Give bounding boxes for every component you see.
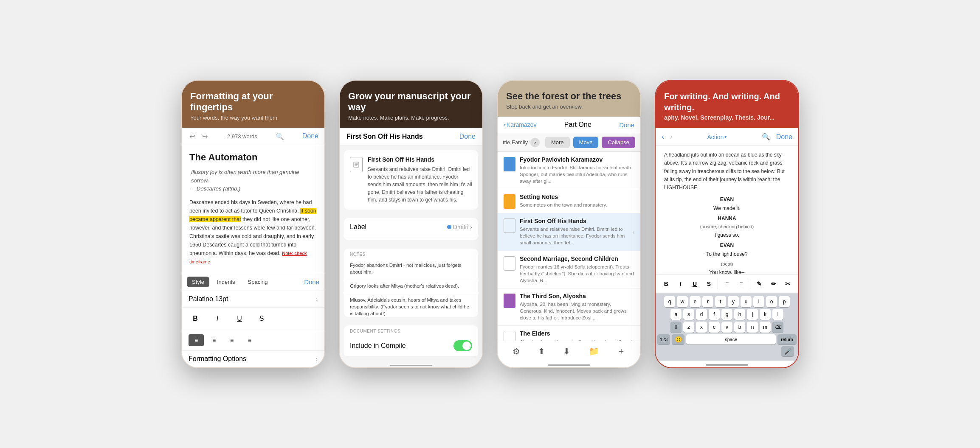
key-s[interactable]: s xyxy=(683,309,694,320)
formatting-options-label: Formatting Options xyxy=(189,355,246,363)
outline-body-4: Second Marriage, Second Children Fyodor … xyxy=(520,255,634,284)
doc-synopsis-item: First Son Off His Hands Servants and rel… xyxy=(344,150,478,210)
formatting-options-chevron[interactable]: › xyxy=(315,356,318,362)
bottom-toolbar: ⚙ ⬆ ⬇ 📁 ＋ xyxy=(498,341,640,361)
strikethrough-btn[interactable]: S xyxy=(255,312,268,325)
key-u[interactable]: u xyxy=(741,296,752,307)
settings-icon[interactable]: ⚙ xyxy=(513,346,520,356)
key-r[interactable]: r xyxy=(702,296,713,307)
fmt-scissors[interactable]: ✂ xyxy=(782,278,793,290)
notes-header: NOTES xyxy=(344,249,478,258)
expand-btn[interactable]: › xyxy=(530,138,540,147)
style-tab[interactable]: Style xyxy=(187,277,209,287)
key-return[interactable]: return xyxy=(777,334,797,344)
key-a[interactable]: a xyxy=(670,309,681,320)
key-f[interactable]: f xyxy=(709,309,720,320)
key-space[interactable]: space xyxy=(686,334,776,344)
font-chevron[interactable]: › xyxy=(315,296,318,302)
key-emoji[interactable]: 🙂 xyxy=(672,334,684,344)
spacing-tab[interactable]: Spacing xyxy=(243,277,273,287)
note-3[interactable]: Miusov, Adelaida's cousin, hears of Mity… xyxy=(344,293,478,317)
bold-btn[interactable]: B xyxy=(189,312,202,325)
include-compile-toggle[interactable] xyxy=(453,340,472,351)
key-m[interactable]: m xyxy=(760,322,771,333)
key-b[interactable]: b xyxy=(734,322,745,333)
outline-item-2[interactable]: Setting Notes Some notes on the town and… xyxy=(498,189,640,213)
align-right-btn[interactable]: ≡ xyxy=(224,334,239,346)
more-btn[interactable]: More xyxy=(545,137,570,148)
nav-done-4[interactable]: Done xyxy=(776,133,792,141)
outline-item-1[interactable]: Fyodor Pavlovich Karamazov Introduction … xyxy=(498,152,640,189)
underline-btn[interactable]: U xyxy=(233,312,246,325)
forward-icon-4[interactable]: › xyxy=(670,132,673,141)
key-q[interactable]: q xyxy=(664,296,675,307)
outline-item-6[interactable]: The Elders Alyosha pleased to see brothe… xyxy=(498,326,640,341)
key-mic[interactable]: 🎤 xyxy=(781,346,794,356)
nav-done-btn[interactable]: Done xyxy=(302,132,318,140)
note-2[interactable]: Grigory looks after Mitya (mother's rela… xyxy=(344,279,478,293)
outline-item-5[interactable]: The Third Son, Alyosha Alyosha, 20, has … xyxy=(498,288,640,326)
italic-btn[interactable]: I xyxy=(211,312,224,325)
key-w[interactable]: w xyxy=(677,296,688,307)
key-y[interactable]: y xyxy=(728,296,739,307)
nav-title-2: First Son Off His Hands xyxy=(346,133,423,140)
fmt-align-left[interactable]: ≡ xyxy=(736,278,747,290)
key-n[interactable]: n xyxy=(747,322,758,333)
download-icon[interactable]: ⬇ xyxy=(563,346,570,356)
key-v[interactable]: v xyxy=(721,322,732,333)
key-d[interactable]: d xyxy=(696,309,707,320)
outline-item-4[interactable]: Second Marriage, Second Children Fyodor … xyxy=(498,251,640,288)
key-c[interactable]: c xyxy=(709,322,720,333)
indents-tab[interactable]: Indents xyxy=(212,277,240,287)
format-done-btn[interactable]: Done xyxy=(304,278,319,286)
align-justify-btn[interactable]: ≡ xyxy=(242,334,257,346)
key-i[interactable]: i xyxy=(753,296,764,307)
screen2-header: Grow your manuscript your way Make notes… xyxy=(340,81,482,128)
fmt-align-center[interactable]: ≡ xyxy=(721,278,732,290)
key-p[interactable]: p xyxy=(779,296,790,307)
fmt-underline[interactable]: U xyxy=(689,278,700,290)
action-dropdown[interactable]: Action ▾ xyxy=(707,134,727,140)
key-o[interactable]: o xyxy=(766,296,777,307)
search-icon-4[interactable]: 🔍 xyxy=(762,133,770,141)
add-folder-icon[interactable]: 📁 xyxy=(589,346,599,356)
align-left-btn[interactable]: ≡ xyxy=(206,334,222,346)
fmt-note[interactable]: ✎ xyxy=(754,278,765,290)
fmt-italic[interactable]: I xyxy=(675,278,686,290)
add-icon[interactable]: ＋ xyxy=(617,345,625,357)
key-x[interactable]: x xyxy=(696,322,707,333)
outline-item-3[interactable]: First Son Off His Hands Servants and rel… xyxy=(498,213,640,251)
note-1[interactable]: Fyodor abandons Dmitri - not malicious, … xyxy=(344,258,478,279)
redo-icon[interactable]: ↪ xyxy=(200,132,209,140)
key-e[interactable]: e xyxy=(690,296,701,307)
fmt-bold[interactable]: B xyxy=(661,278,672,290)
key-num[interactable]: 123 xyxy=(657,334,670,344)
search-icon[interactable]: 🔍 xyxy=(276,132,284,140)
keyboard: q w e r t y u i o p a xyxy=(656,294,798,361)
collapse-btn[interactable]: Collapse xyxy=(602,137,635,148)
key-t[interactable]: t xyxy=(715,296,726,307)
note-text: Note: check timeframe xyxy=(189,251,307,264)
key-shift[interactable]: ⇧ xyxy=(670,322,681,333)
fmt-strike[interactable]: S xyxy=(704,278,715,290)
nav-done-3[interactable]: Done xyxy=(619,121,634,129)
move-btn[interactable]: Move xyxy=(573,137,599,148)
key-h[interactable]: h xyxy=(734,309,745,320)
back-icon-4[interactable]: ‹ xyxy=(662,132,664,141)
key-backspace[interactable]: ⌫ xyxy=(772,322,783,333)
home-indicator-2 xyxy=(390,365,432,366)
screen3-header: See the forest or the trees Step back an… xyxy=(498,81,640,117)
fmt-edit[interactable]: ✏ xyxy=(768,278,779,290)
sp-char2: HANNA xyxy=(664,214,790,223)
undo-icon[interactable]: ↩ xyxy=(188,132,196,140)
back-chevron: ‹ xyxy=(504,121,506,128)
back-button[interactable]: ‹ Karamazov xyxy=(504,121,536,128)
key-l[interactable]: l xyxy=(772,309,783,320)
key-k[interactable]: k xyxy=(760,309,771,320)
share-icon[interactable]: ⬆ xyxy=(538,346,545,356)
key-g[interactable]: g xyxy=(721,309,732,320)
key-j[interactable]: j xyxy=(747,309,758,320)
align-center-btn[interactable]: ≡ xyxy=(189,334,204,346)
key-z[interactable]: z xyxy=(683,322,694,333)
nav-done-2[interactable]: Done xyxy=(459,133,476,140)
